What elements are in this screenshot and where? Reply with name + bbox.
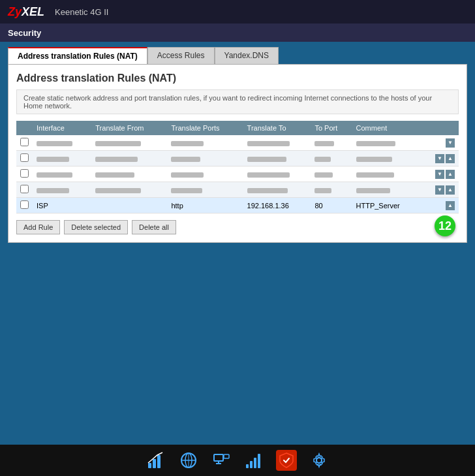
svg-rect-7 bbox=[214, 454, 223, 461]
notification-badge: 12 bbox=[435, 215, 455, 236]
svg-rect-0 bbox=[148, 463, 151, 468]
blurred-cell bbox=[95, 172, 134, 178]
taskbar-gear-icon[interactable] bbox=[309, 450, 329, 471]
taskbar-signal-icon[interactable] bbox=[243, 450, 264, 471]
svg-point-16 bbox=[316, 458, 322, 463]
arrow-cell: ▼ ▲ bbox=[425, 154, 455, 163]
svg-rect-15 bbox=[258, 454, 260, 468]
delete-selected-button[interactable]: Delete selected bbox=[64, 220, 128, 234]
row-checkbox[interactable] bbox=[20, 153, 29, 162]
move-down-btn[interactable]: ▼ bbox=[446, 138, 455, 148]
col-actions bbox=[421, 121, 459, 135]
add-rule-button[interactable]: Add Rule bbox=[16, 220, 60, 234]
table-row: ▼ ▲ bbox=[16, 151, 459, 167]
move-up-btn[interactable]: ▲ bbox=[446, 185, 455, 195]
logo: ZyXEL bbox=[8, 5, 44, 19]
tab-yandex-dns[interactable]: Yandex.DNS bbox=[215, 47, 279, 64]
panel-wrapper: Address translation Rules (NAT) Create s… bbox=[8, 64, 467, 243]
blurred-cell bbox=[171, 172, 204, 178]
rules-table: Interface Translate From Translate Ports… bbox=[16, 121, 459, 214]
blurred-cell bbox=[247, 188, 288, 193]
row-checkbox[interactable] bbox=[20, 169, 29, 178]
taskbar-globe-icon[interactable] bbox=[178, 450, 199, 471]
row-checkbox-isp[interactable] bbox=[20, 200, 29, 209]
move-down-btn[interactable]: ▼ bbox=[435, 185, 444, 195]
col-translate-ports: Translate Ports bbox=[167, 121, 243, 135]
cell-interface: ISP bbox=[33, 198, 91, 214]
blurred-cell bbox=[171, 141, 204, 146]
blurred-cell bbox=[37, 172, 72, 178]
table-row-isp: ISP http 192.168.1.36 80 HTTP_Server ▲ bbox=[16, 198, 459, 214]
panel-description: Create static network address and port t… bbox=[16, 89, 459, 114]
header: ZyXEL Keenetic 4G II bbox=[0, 0, 475, 24]
move-up-btn[interactable]: ▲ bbox=[446, 170, 455, 179]
blurred-cell bbox=[95, 157, 138, 162]
tab-bar: Address translation Rules (NAT) Access R… bbox=[8, 47, 467, 64]
blurred-cell bbox=[314, 141, 334, 146]
svg-rect-1 bbox=[153, 459, 156, 468]
move-down-btn[interactable]: ▼ bbox=[435, 170, 444, 179]
table-row: ▼ ▲ bbox=[16, 167, 459, 182]
taskbar bbox=[0, 445, 475, 476]
col-comment: Comment bbox=[352, 121, 422, 135]
arrow-cell: ▼ ▲ bbox=[425, 170, 455, 179]
tab-access-rules[interactable]: Access Rules bbox=[147, 47, 215, 64]
nav-section: Security bbox=[8, 28, 41, 38]
blurred-cell bbox=[314, 172, 333, 178]
blurred-cell bbox=[356, 141, 395, 146]
col-translate-to: Translate To bbox=[243, 121, 311, 135]
col-interface: Interface bbox=[33, 121, 91, 135]
cell-to-port: 80 bbox=[311, 198, 352, 214]
panel-title: Address translation Rules (NAT) bbox=[16, 72, 459, 84]
delete-all-button[interactable]: Delete all bbox=[132, 220, 176, 234]
svg-rect-8 bbox=[224, 454, 229, 458]
action-buttons: Add Rule Delete selected Delete all bbox=[16, 220, 459, 234]
table-header-row: Interface Translate From Translate Ports… bbox=[16, 121, 459, 135]
move-down-btn[interactable]: ▼ bbox=[435, 154, 444, 163]
move-up-btn-last[interactable]: ▲ bbox=[446, 201, 455, 210]
blurred-cell bbox=[171, 157, 200, 162]
taskbar-chart-icon[interactable] bbox=[146, 450, 166, 471]
svg-rect-2 bbox=[157, 455, 161, 468]
taskbar-network-icon[interactable] bbox=[211, 450, 232, 471]
col-translate-from: Translate From bbox=[91, 121, 167, 135]
blurred-cell bbox=[95, 188, 141, 193]
device-name: Keenetic 4G II bbox=[55, 7, 108, 17]
svg-rect-12 bbox=[246, 464, 249, 468]
blurred-cell bbox=[314, 188, 331, 193]
move-up-btn[interactable]: ▲ bbox=[446, 154, 455, 163]
arrow-cell-last: ▲ bbox=[425, 201, 455, 210]
nav-bar: Security bbox=[0, 24, 475, 42]
col-checkbox bbox=[16, 121, 33, 135]
arrow-cell: ▼ bbox=[425, 138, 455, 148]
taskbar-shield-icon[interactable] bbox=[276, 450, 297, 471]
main-panel: Address translation Rules (NAT) Create s… bbox=[8, 64, 467, 243]
cell-comment: HTTP_Server bbox=[352, 198, 422, 214]
svg-rect-14 bbox=[254, 458, 256, 468]
col-to-port: To Port bbox=[311, 121, 352, 135]
blurred-cell bbox=[314, 157, 331, 162]
blurred-cell bbox=[37, 188, 69, 193]
blurred-cell bbox=[37, 157, 69, 162]
tab-nat[interactable]: Address translation Rules (NAT) bbox=[8, 47, 147, 64]
arrow-cell: ▼ ▲ bbox=[425, 185, 455, 195]
table-row: ▼ ▲ bbox=[16, 182, 459, 198]
blurred-cell bbox=[356, 157, 392, 162]
table-row: ▼ bbox=[16, 135, 459, 151]
row-checkbox[interactable] bbox=[20, 138, 29, 146]
row-checkbox[interactable] bbox=[20, 185, 29, 193]
blurred-cell bbox=[171, 188, 202, 193]
blurred-cell bbox=[356, 172, 394, 178]
svg-rect-13 bbox=[250, 461, 253, 468]
cell-translate-ports: http bbox=[167, 198, 243, 214]
cell-translate-from bbox=[91, 198, 167, 214]
content-area: Address translation Rules (NAT) Access R… bbox=[0, 42, 475, 248]
blurred-cell bbox=[247, 141, 290, 146]
blurred-cell bbox=[247, 157, 286, 162]
cell-translate-to: 192.168.1.36 bbox=[243, 198, 311, 214]
blurred-cell bbox=[247, 172, 290, 178]
blurred-cell bbox=[37, 141, 72, 146]
blurred-cell bbox=[356, 188, 390, 193]
blurred-cell bbox=[95, 141, 141, 146]
